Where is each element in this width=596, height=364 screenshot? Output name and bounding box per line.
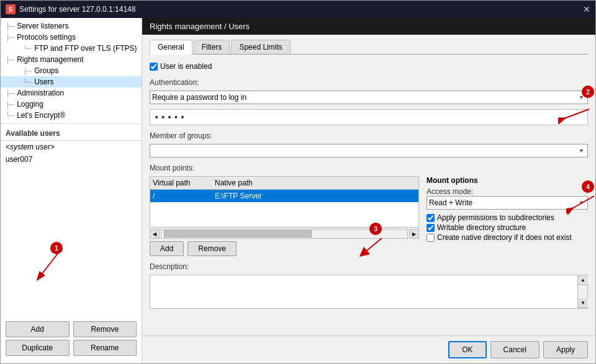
dup-rename-row: Duplicate Rename	[6, 340, 137, 356]
tree-item-rights-management[interactable]: ├─ Rights management	[1, 54, 142, 65]
apply-permissions-checkbox[interactable]	[427, 214, 435, 222]
scroll-thumb	[164, 230, 312, 237]
annotation-1: 1	[50, 242, 63, 254]
virtual-path-col-header: Virtual path	[153, 179, 215, 187]
mount-add-button[interactable]: Add	[150, 241, 184, 256]
member-of-groups-dropdown[interactable]	[150, 144, 588, 158]
description-textarea[interactable]	[150, 275, 578, 309]
member-of-groups-wrapper[interactable]	[150, 144, 588, 158]
window-title: Settings for server 127.0.0.1:14148	[19, 5, 135, 14]
desc-scroll-down[interactable]: ▼	[578, 298, 588, 308]
description-container: ▲ ▼	[150, 275, 588, 309]
apply-permissions-row: Apply permissions to subdirectories	[427, 213, 588, 222]
writable-dir-row: Writable directory structure	[427, 223, 588, 232]
tree-item-users[interactable]: └─ Users	[1, 76, 142, 87]
user-enabled-checkbox[interactable]	[150, 63, 158, 71]
tree-item-letsencrypt[interactable]: └─ Let's Encrypt®	[1, 110, 142, 121]
tree-and-users: ├─ Server listeners ├─ Protocols setting…	[1, 20, 142, 316]
password-field[interactable]	[150, 109, 588, 125]
desc-scroll-track	[578, 285, 587, 298]
access-mode-wrapper[interactable]: Read + Write Read Only Write Only	[427, 196, 588, 210]
annotation-3: 3	[369, 223, 382, 235]
authentication-container: Require a password to log in 2	[150, 91, 588, 104]
panel-header: Rights management / Users	[142, 18, 595, 35]
tree-item-groups[interactable]: ├─ Groups	[1, 65, 142, 76]
tab-general[interactable]: General	[150, 40, 192, 55]
mount-options-col: Mount options Access mode: Read + Write …	[427, 176, 588, 256]
user-user007[interactable]: user007	[1, 153, 142, 166]
mount-points-col: Virtual path Native path / E:\FTP Server	[150, 176, 419, 256]
user-enabled-label: User is enabled	[160, 62, 212, 71]
user-system[interactable]: <system user>	[1, 141, 142, 153]
panel-body: General Filters Speed Limits User is ena…	[142, 35, 595, 335]
access-mode-dropdown[interactable]: Read + Write Read Only Write Only	[427, 196, 588, 210]
content-area: ├─ Server listeners ├─ Protocols setting…	[1, 18, 595, 363]
mount-remove-button[interactable]: Remove	[187, 241, 237, 256]
mount-table: Virtual path Native path / E:\FTP Server	[150, 176, 419, 228]
available-users-header: Available users	[1, 127, 142, 141]
right-panel: Rights management / Users General Filter…	[142, 18, 595, 363]
description-label: Description:	[150, 262, 588, 271]
writable-dir-checkbox[interactable]	[427, 224, 435, 232]
description-scrollbar: ▲ ▼	[578, 275, 588, 309]
bottom-bar: OK Cancel Apply	[142, 335, 595, 363]
mount-options-title: Mount options	[427, 176, 588, 185]
cancel-button[interactable]: Cancel	[490, 341, 540, 358]
close-button[interactable]: ✕	[583, 4, 590, 14]
mount-buttons-container: Add Remove 3	[150, 241, 419, 256]
duplicate-user-button[interactable]: Duplicate	[6, 340, 70, 356]
tab-speed-limits[interactable]: Speed Limits	[231, 40, 290, 54]
annotation-2: 2	[582, 86, 594, 98]
rename-user-button[interactable]: Rename	[73, 340, 137, 356]
native-path-value: E:\FTP Server	[215, 192, 416, 200]
add-remove-row: Add Remove	[6, 321, 137, 337]
tab-filters[interactable]: Filters	[194, 40, 230, 54]
tree-item-logging[interactable]: ├─ Logging	[1, 99, 142, 110]
mount-row-0[interactable]: / E:\FTP Server	[150, 190, 418, 202]
desc-scroll-up[interactable]: ▲	[578, 275, 588, 285]
mount-area: Virtual path Native path / E:\FTP Server	[150, 176, 588, 256]
mount-table-body: / E:\FTP Server	[150, 190, 418, 227]
mount-points-label: Mount points:	[150, 164, 588, 172]
writable-dir-label: Writable directory structure	[437, 223, 526, 232]
authentication-label: Authentication:	[150, 78, 588, 87]
native-path-col-header: Native path	[215, 179, 416, 187]
ok-button[interactable]: OK	[448, 341, 486, 358]
create-native-dir-checkbox[interactable]	[427, 234, 435, 242]
title-bar-left: S Settings for server 127.0.0.1:14148	[6, 4, 135, 14]
user-enabled-row: User is enabled	[150, 62, 588, 71]
tree-item-server-listeners[interactable]: ├─ Server listeners	[1, 20, 142, 32]
member-of-groups-label: Member of groups:	[150, 131, 588, 140]
left-bottom-buttons: Add Remove Duplicate Rename	[1, 316, 142, 361]
main-window: S Settings for server 127.0.0.1:14148 ✕ …	[0, 0, 596, 364]
create-native-dir-label: Create native directory if it does not e…	[437, 233, 572, 242]
mount-table-header: Virtual path Native path	[150, 177, 418, 190]
apply-button[interactable]: Apply	[543, 341, 588, 358]
access-mode-label: Access mode:	[427, 187, 588, 196]
apply-permissions-label: Apply permissions to subdirectories	[437, 213, 554, 222]
tree-item-protocols-settings[interactable]: ├─ Protocols settings	[1, 32, 142, 43]
mount-btn-row: Add Remove	[150, 241, 419, 256]
tree-item-ftp[interactable]: └─ FTP and FTP over TLS (FTPS)	[1, 43, 142, 54]
tabs: General Filters Speed Limits	[150, 40, 588, 55]
scroll-right-btn[interactable]: ▶	[409, 229, 419, 239]
remove-user-button[interactable]: Remove	[73, 321, 137, 337]
virtual-path-value: /	[153, 192, 215, 200]
scroll-left-btn[interactable]: ◀	[150, 229, 160, 239]
tree-item-administration[interactable]: ├─ Administration	[1, 87, 142, 99]
authentication-dropdown[interactable]: Require a password to log in	[150, 91, 588, 104]
annotation-4: 4	[582, 180, 594, 193]
title-bar: S Settings for server 127.0.0.1:14148 ✕	[1, 1, 595, 18]
add-user-button[interactable]: Add	[6, 321, 70, 337]
create-native-dir-row: Create native directory if it does not e…	[427, 233, 588, 242]
left-panel: ├─ Server listeners ├─ Protocols setting…	[1, 18, 142, 363]
app-icon: S	[6, 4, 16, 14]
access-mode-container: Read + Write Read Only Write Only 4	[427, 196, 588, 210]
authentication-select-wrapper[interactable]: Require a password to log in	[150, 91, 588, 104]
